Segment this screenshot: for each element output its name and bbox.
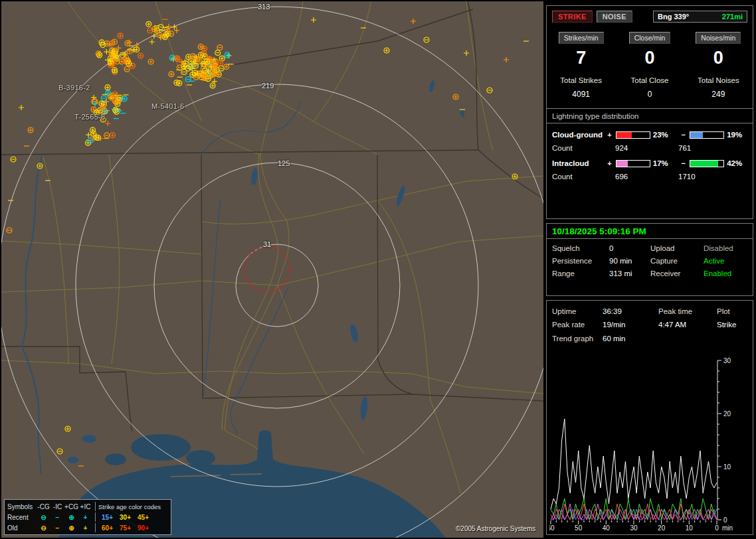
svg-text:0: 0 (715, 524, 719, 532)
peak-time-label: Peak time (658, 307, 717, 315)
peak-rate-label: Peak rate (552, 321, 603, 329)
storm-cell-label: T-2565-8 (74, 113, 105, 121)
ic-negative-percent: 42% (727, 159, 747, 167)
legend-symbol-icon: + (78, 514, 92, 521)
cg-negative-percent: 19% (727, 131, 747, 139)
intracloud-counts: Count 696 1710 (547, 173, 753, 181)
copyright-text: ©2005 Astrogenic Systems (456, 525, 535, 532)
legend-symbol-icon: ⊖ (37, 524, 50, 532)
total-strikes-value: 4091 (547, 90, 615, 99)
persistence-value: 90 min (609, 257, 650, 265)
legend-age-title: Strike age color codes (98, 503, 161, 510)
datetime-display: 10/18/2025 5:09:16 PM (547, 224, 753, 239)
legend-age-code: 30+ (116, 514, 134, 521)
legend-symbol-icon: ⊕ (64, 524, 78, 532)
total-strikes-label: Total Strikes (547, 76, 615, 84)
legend-symbol-icon: − (50, 514, 64, 521)
svg-text:min: min (722, 524, 733, 532)
lightning-map[interactable]: 313 219 125 31 B-3916-2 T-2565-8 M-5401-… (1, 1, 543, 538)
count-label: Count (552, 173, 615, 181)
close-per-min-plate[interactable]: Close/min (629, 32, 671, 44)
legend-col-+cg: +CG (64, 503, 78, 510)
svg-text:20: 20 (658, 524, 666, 532)
distribution-title: Lightning type distribution (547, 109, 753, 123)
cg-positive-count: 924 (615, 144, 678, 152)
svg-text:20: 20 (723, 410, 731, 418)
squelch-value: 0 (609, 244, 650, 252)
minus-sign: − (680, 131, 687, 139)
legend-age-code: 75+ (116, 524, 134, 532)
noise-button[interactable]: NOISE (597, 11, 632, 23)
legend-col--cg: -CG (37, 503, 50, 510)
legend-symbol-icon: ⊖ (37, 514, 50, 521)
trend-graph: 30201006050403020100min (549, 356, 750, 533)
persistence-label: Persistence (552, 257, 609, 265)
strikes-per-min-plate[interactable]: Strikes/min (559, 32, 604, 44)
minus-sign: − (680, 159, 687, 167)
count-label: Count (552, 144, 615, 152)
legend-symbols-title: Symbols (7, 503, 37, 510)
plus-sign: + (606, 159, 613, 167)
svg-text:40: 40 (603, 524, 611, 532)
svg-text:10: 10 (686, 524, 694, 532)
svg-text:30: 30 (630, 524, 638, 532)
total-close-value: 0 (615, 90, 684, 99)
legend-col--ic: -IC (50, 503, 64, 510)
capture-status: Active (704, 257, 747, 265)
upload-label: Upload (650, 244, 704, 252)
cg-positive-bar (616, 131, 650, 139)
legend-row-recent: Recent⊖−⊕+15+30+45+ (7, 512, 168, 522)
legend-data-rows: Recent⊖−⊕+15+30+45+Old⊖−⊕+60+75+90+ (7, 512, 168, 533)
receiver-label: Receiver (650, 270, 704, 277)
range-label: Range (552, 270, 609, 277)
ring-label-219: 219 (262, 82, 274, 90)
legend-age-group-label: Old (7, 524, 37, 532)
storm-cell-label: B-3916-2 (58, 84, 90, 92)
bearing-display: Bng 339° 271mi (653, 11, 747, 23)
ic-negative-count: 1710 (678, 173, 696, 181)
strike-stats-panel: STRIKE NOISE Bng 339° 271mi Strikes/min … (546, 5, 753, 219)
ic-negative-bar (690, 160, 724, 167)
squelch-label: Squelch (552, 244, 609, 252)
legend-age-code: 60+ (98, 524, 116, 532)
bearing-value: Bng 339° (658, 13, 689, 21)
upload-status: Disabled (704, 244, 747, 252)
legend-row-old: Old⊖−⊕+60+75+90+ (7, 522, 168, 533)
strikes-per-min-value: 7 (547, 48, 615, 68)
ic-positive-bar (616, 160, 650, 167)
total-close-label: Total Close (615, 76, 684, 84)
cloud-ground-counts: Count 924 761 (547, 144, 753, 152)
capture-label: Capture (650, 257, 704, 265)
legend-divider (95, 512, 96, 522)
plus-sign: + (606, 131, 613, 139)
legend-age-code: 45+ (134, 514, 152, 521)
legend-divider (95, 502, 96, 511)
strike-button[interactable]: STRIKE (552, 11, 593, 23)
receiver-status: Enabled (704, 270, 747, 277)
peak-time-value: 4:47 AM (658, 321, 717, 329)
legend-age-code: 15+ (98, 514, 116, 521)
cg-negative-bar (690, 131, 724, 139)
trend-graph-label: Trend graph (552, 335, 603, 343)
noises-per-min-plate[interactable]: Noises/min (696, 32, 741, 44)
storm-cell-label: M-5401-6 (151, 102, 184, 110)
ic-positive-percent: 17% (653, 159, 674, 167)
legend-symbol-icon: − (50, 524, 64, 532)
ring-label-31: 31 (263, 240, 271, 248)
plot-label: Plot (717, 307, 747, 315)
plot-value: Strike (717, 321, 747, 329)
receiver-status-panel: 10/18/2025 5:09:16 PM Squelch 0 Upload D… (546, 223, 753, 296)
svg-text:30: 30 (723, 357, 731, 364)
svg-text:10: 10 (723, 463, 731, 471)
svg-text:60: 60 (549, 524, 555, 532)
uptime-label: Uptime (552, 307, 603, 315)
range-value: 313 mi (609, 270, 650, 277)
peak-rate-value: 19/min (603, 321, 658, 329)
legend-divider (95, 523, 96, 532)
total-noises-value: 249 (684, 90, 753, 99)
legend-header-row: Symbols -CG -IC +CG +IC Strike age color… (7, 501, 168, 512)
legend-age-code: 90+ (134, 524, 152, 532)
trend-panel: Uptime 36:39 Peak time Plot Peak rate 19… (546, 300, 753, 535)
legend-symbol-icon: + (78, 524, 92, 532)
cloud-ground-label: Cloud-ground (552, 131, 606, 139)
